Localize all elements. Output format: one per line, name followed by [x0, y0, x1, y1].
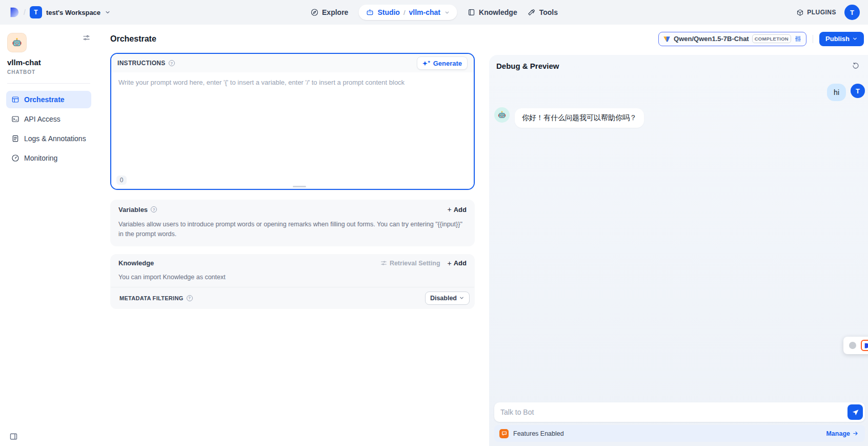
- app-sidebar: vllm-chat CHATBOT Orchestrate API Access…: [0, 25, 97, 446]
- nav-app-name: vllm-chat: [409, 8, 440, 16]
- chevron-down-icon[interactable]: [444, 10, 450, 15]
- knowledge-card: Knowledge Retrieval Setting + Add You ca…: [110, 254, 475, 309]
- user-avatar[interactable]: T: [844, 5, 860, 20]
- nav-separator: /: [403, 9, 406, 16]
- variables-description: Variables allow users to introduce promp…: [118, 220, 467, 240]
- header-separator: /: [24, 8, 26, 16]
- chat-input-bar: [494, 402, 865, 422]
- features-label: Features Enabled: [513, 430, 564, 437]
- sidebar-item-orchestrate[interactable]: Orchestrate: [6, 91, 91, 108]
- add-label: Add: [454, 259, 467, 267]
- sliders-horizontal-icon: [380, 260, 387, 266]
- add-knowledge-button[interactable]: + Add: [448, 259, 467, 267]
- sidebar-item-api-access[interactable]: API Access: [6, 110, 91, 128]
- floating-widget[interactable]: [843, 337, 868, 354]
- sparkle-icon: ✦✦: [422, 60, 431, 67]
- retrieval-setting-label: Retrieval Setting: [390, 260, 440, 267]
- features-bar: Features Enabled Manage: [494, 425, 865, 442]
- generate-label: Generate: [433, 60, 462, 67]
- resize-handle[interactable]: [293, 186, 306, 187]
- sidebar-item-monitoring[interactable]: Monitoring: [6, 149, 91, 167]
- nav-studio-active[interactable]: Studio / vllm-chat: [358, 5, 457, 20]
- assistant-message-bubble: 你好！有什么问题我可以帮助你吗？: [515, 108, 644, 128]
- metadata-filtering-value: Disabled: [430, 295, 457, 302]
- generate-button[interactable]: ✦✦ Generate: [417, 56, 468, 70]
- hammer-icon: [528, 8, 536, 16]
- add-variable-button[interactable]: + Add: [448, 205, 467, 214]
- drag-dot-icon: [849, 342, 856, 349]
- document-lines-icon: [11, 134, 19, 143]
- sliders-vertical-icon[interactable]: [794, 35, 802, 43]
- app-settings-icon[interactable]: [83, 34, 90, 42]
- instructions-header: INSTRUCTIONS ? ✦✦ Generate: [111, 54, 474, 72]
- toolbar-divider: [813, 35, 813, 43]
- nav-tools[interactable]: Tools: [528, 8, 558, 16]
- sidebar-item-logs-annotations[interactable]: Logs & Annotations: [6, 130, 91, 147]
- bot-avatar: [494, 107, 510, 123]
- metadata-filtering-row: METADATA FILTERING ? Disabled: [110, 287, 475, 309]
- robot-emoji-icon: [497, 110, 507, 120]
- top-header: / T test's Workspace Explore Studio / vl…: [0, 0, 868, 25]
- app-name: vllm-chat: [7, 58, 90, 67]
- compass-icon: [310, 8, 318, 16]
- char-count-badge: 0: [116, 176, 127, 185]
- paper-plane-icon: [852, 409, 859, 416]
- header-left: / T test's Workspace: [8, 6, 111, 18]
- variables-title: Variables: [118, 206, 148, 214]
- workspace-avatar[interactable]: T: [30, 6, 42, 18]
- model-mode-badge: COMPLETION: [752, 34, 791, 43]
- nav-explore-label: Explore: [322, 8, 348, 16]
- knowledge-title: Knowledge: [118, 259, 154, 267]
- metadata-filtering-dropdown[interactable]: Disabled: [425, 292, 470, 305]
- dify-logo-icon[interactable]: [8, 7, 19, 18]
- publish-button[interactable]: Publish: [819, 32, 864, 46]
- sidebar-menu: Orchestrate API Access Logs & Annotation…: [0, 91, 97, 167]
- send-button[interactable]: [847, 404, 863, 420]
- retrieval-setting-button[interactable]: Retrieval Setting: [380, 260, 440, 267]
- manage-label: Manage: [826, 430, 850, 437]
- model-name: Qwen/Qwen1.5-7B-Chat: [674, 35, 749, 43]
- content-area: Orchestrate Qwen/Qwen1.5-7B-Chat COMPLET…: [97, 25, 868, 446]
- manage-link[interactable]: Manage: [826, 430, 859, 437]
- debug-preview-panel: Debug & Preview hi T: [489, 55, 868, 446]
- sidebar-item-label: Monitoring: [24, 154, 57, 162]
- chat-message-assistant: 你好！有什么问题我可以帮助你吗？: [494, 107, 644, 128]
- chevron-down-icon: [852, 36, 858, 42]
- add-label: Add: [454, 206, 467, 214]
- nav-tools-label: Tools: [539, 8, 558, 16]
- app-icon[interactable]: [7, 33, 27, 52]
- book-icon: [467, 8, 475, 16]
- nav-studio-label: Studio: [377, 8, 400, 16]
- cube-icon: [796, 9, 804, 16]
- sidebar-item-label: API Access: [24, 115, 60, 123]
- extension-icon[interactable]: [861, 340, 868, 351]
- gauge-icon: [11, 154, 19, 162]
- nav-explore[interactable]: Explore: [310, 8, 348, 16]
- plugins-label: PLUGINS: [807, 9, 836, 16]
- model-selector[interactable]: Qwen/Qwen1.5-7B-Chat COMPLETION: [658, 32, 806, 46]
- page-title: Orchestrate: [110, 34, 156, 44]
- help-icon[interactable]: ?: [151, 206, 157, 212]
- main-nav: Explore Studio / vllm-chat Knowledge Too…: [310, 0, 558, 25]
- toolbar: Orchestrate Qwen/Qwen1.5-7B-Chat COMPLET…: [97, 25, 868, 53]
- workspace-name[interactable]: test's Workspace: [46, 9, 100, 16]
- chat-input[interactable]: [494, 402, 847, 422]
- orchestrate-column: INSTRUCTIONS ? ✦✦ Generate 0 Variables ?…: [97, 53, 489, 446]
- publish-label: Publish: [825, 35, 850, 43]
- help-icon[interactable]: ?: [187, 295, 193, 301]
- prompt-editor[interactable]: [111, 72, 474, 189]
- variables-card: Variables ? + Add Variables allow users …: [110, 200, 475, 246]
- app-type-label: CHATBOT: [7, 69, 90, 75]
- chevron-down-icon[interactable]: [105, 9, 111, 15]
- vllm-logo-icon: [663, 35, 671, 43]
- restart-icon[interactable]: [852, 62, 860, 70]
- plugins-button[interactable]: PLUGINS: [796, 9, 836, 16]
- help-icon[interactable]: ?: [169, 60, 175, 66]
- chevron-down-icon: [459, 295, 465, 301]
- nav-knowledge[interactable]: Knowledge: [467, 8, 517, 16]
- user-message-bubble: hi: [827, 84, 846, 101]
- app-header: vllm-chat CHATBOT: [0, 25, 97, 75]
- header-right: PLUGINS T: [796, 5, 860, 20]
- plus-icon: +: [448, 259, 452, 267]
- panel-toggle-icon[interactable]: [9, 432, 18, 441]
